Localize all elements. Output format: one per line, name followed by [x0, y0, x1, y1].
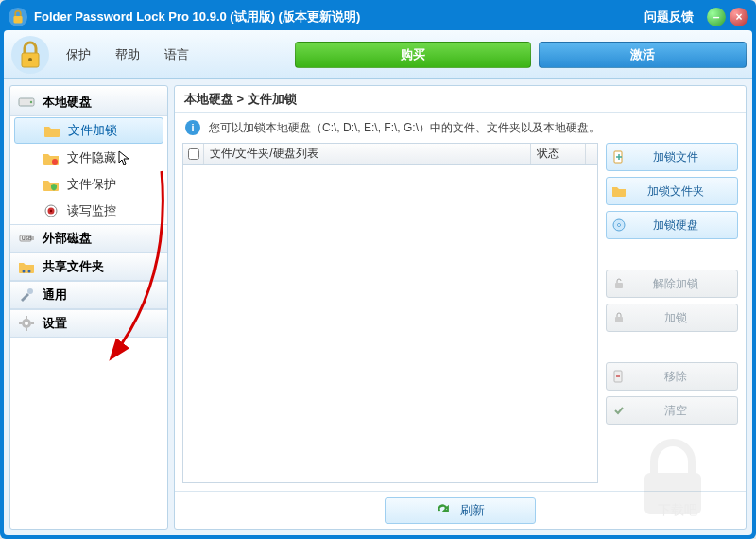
app-logo — [9, 34, 51, 76]
gear-icon — [18, 315, 35, 332]
svg-rect-28 — [615, 283, 623, 288]
menu-protect[interactable]: 保护 — [66, 46, 91, 63]
action-label: 加锁硬盘 — [631, 217, 737, 234]
buy-button[interactable]: 购买 — [295, 42, 531, 68]
folder-add-icon — [607, 183, 631, 199]
breadcrumb: 本地硬盘 > 文件加锁 — [175, 86, 746, 113]
feedback-link[interactable]: 问题反馈 — [644, 9, 694, 26]
info-icon: i — [184, 119, 201, 136]
sidebar-section-settings[interactable]: 设置 — [10, 309, 167, 338]
sidebar-section-settings-label: 设置 — [43, 315, 67, 332]
sidebar: 本地硬盘 文件加锁 文件隐藏 文件保护 读写监控 USB 外部磁盘 — [9, 85, 168, 530]
refresh-label: 刷新 — [460, 502, 485, 519]
drive-icon — [18, 94, 35, 111]
clear-icon — [607, 403, 631, 418]
activate-button[interactable]: 激活 — [539, 42, 747, 68]
unlock-icon — [607, 276, 631, 291]
svg-point-10 — [50, 210, 52, 212]
sidebar-item-file-hide[interactable]: 文件隐藏 — [10, 145, 167, 171]
list-header: 文件/文件夹/硬盘列表 状态 — [183, 144, 597, 165]
usb-icon: USB — [18, 230, 35, 247]
sidebar-section-local-label: 本地硬盘 — [43, 94, 92, 111]
refresh-icon — [436, 503, 451, 518]
app-window: Folder Password Lock Pro 10.9.0 (试用版) (版… — [0, 0, 756, 539]
svg-point-7 — [52, 159, 58, 165]
svg-rect-1 — [13, 16, 22, 23]
folder-hide-icon — [43, 149, 60, 166]
sidebar-item-file-protect[interactable]: 文件保护 — [10, 171, 167, 198]
sidebar-section-general-label: 通用 — [43, 287, 67, 304]
svg-text:USB: USB — [22, 235, 32, 241]
titlebar: Folder Password Lock Pro 10.9.0 (试用版) (版… — [4, 4, 752, 30]
list-body — [183, 165, 597, 482]
select-all-checkbox[interactable] — [183, 144, 204, 164]
window-title: Folder Password Lock Pro 10.9.0 (试用版) (版… — [34, 9, 644, 26]
lock-file-button[interactable]: 加锁文件 — [606, 143, 738, 171]
sidebar-item-file-lock[interactable]: 文件加锁 — [14, 117, 163, 144]
file-add-icon — [607, 149, 631, 165]
svg-point-14 — [23, 270, 26, 273]
sidebar-section-external-label: 外部磁盘 — [43, 230, 92, 247]
svg-point-16 — [27, 288, 33, 294]
disc-icon — [607, 217, 631, 233]
action-label: 加锁文件 — [631, 149, 737, 165]
menu-language[interactable]: 语言 — [164, 46, 189, 63]
toolbar: 保护 帮助 语言 购买 激活 — [4, 30, 752, 79]
action-label: 移除 — [631, 369, 737, 385]
svg-point-15 — [28, 270, 31, 273]
app-icon — [8, 7, 28, 27]
svg-point-18 — [25, 322, 28, 325]
column-name[interactable]: 文件/文件夹/硬盘列表 — [204, 144, 531, 164]
action-label: 清空 — [631, 403, 737, 419]
clear-button: 清空 — [606, 396, 738, 425]
sidebar-item-rw-monitor[interactable]: 读写监控 — [10, 198, 167, 224]
close-button[interactable]: × — [730, 8, 748, 26]
lock-button: 加锁 — [606, 304, 738, 332]
remove-button: 移除 — [606, 362, 738, 391]
body: 本地硬盘 文件加锁 文件隐藏 文件保护 读写监控 USB 外部磁盘 — [4, 79, 752, 535]
cursor-icon — [118, 150, 131, 165]
action-label: 加锁文件夹 — [631, 183, 737, 200]
menu-bar: 保护 帮助 语言 — [66, 46, 189, 63]
sidebar-section-general[interactable]: 通用 — [10, 281, 167, 309]
sidebar-item-label: 读写监控 — [67, 202, 116, 219]
action-label: 解除加锁 — [631, 276, 737, 292]
lock-icon — [607, 310, 631, 325]
svg-point-4 — [28, 58, 32, 61]
folder-lock-icon — [43, 122, 60, 139]
tools-icon — [18, 287, 35, 304]
svg-point-6 — [30, 100, 32, 102]
info-bar: i 您可以加锁本地硬盘（C:\, D:\, E:\, F:\, G:\）中的文件… — [175, 113, 746, 143]
sidebar-item-label: 文件保护 — [67, 176, 116, 193]
footer: 刷新 — [175, 491, 746, 529]
refresh-button[interactable]: 刷新 — [385, 497, 536, 524]
content-row: 文件/文件夹/硬盘列表 状态 加锁文件 加锁文件夹 — [175, 143, 746, 491]
action-column: 加锁文件 加锁文件夹 加锁硬盘 解除加锁 — [606, 143, 738, 483]
sidebar-section-local[interactable]: 本地硬盘 — [10, 88, 167, 116]
sidebar-item-label: 文件隐藏 — [67, 149, 116, 166]
menu-help[interactable]: 帮助 — [115, 46, 140, 63]
list-panel: 文件/文件夹/硬盘列表 状态 — [182, 143, 598, 483]
svg-rect-29 — [615, 317, 623, 322]
sidebar-section-external[interactable]: USB 外部磁盘 — [10, 224, 167, 252]
info-text: 您可以加锁本地硬盘（C:\, D:\, E:\, F:\, G:\）中的文件、文… — [209, 120, 600, 136]
svg-text:i: i — [191, 122, 194, 133]
minimize-button[interactable]: – — [707, 8, 726, 26]
shared-folder-icon — [18, 258, 35, 275]
folder-protect-icon — [43, 176, 60, 193]
action-label: 加锁 — [631, 310, 737, 326]
sidebar-section-shared[interactable]: 共享文件夹 — [10, 252, 167, 281]
column-status[interactable]: 状态 — [531, 144, 586, 164]
sidebar-item-label: 文件加锁 — [68, 122, 117, 139]
lock-drive-button[interactable]: 加锁硬盘 — [606, 211, 738, 239]
monitor-icon — [43, 202, 60, 219]
lock-folder-button[interactable]: 加锁文件夹 — [606, 177, 738, 205]
unlock-button: 解除加锁 — [606, 270, 738, 298]
svg-point-27 — [618, 224, 621, 227]
remove-icon — [607, 369, 631, 384]
column-spacer — [586, 144, 597, 164]
sidebar-section-shared-label: 共享文件夹 — [43, 258, 104, 275]
main-panel: 本地硬盘 > 文件加锁 i 您可以加锁本地硬盘（C:\, D:\, E:\, F… — [174, 85, 747, 530]
